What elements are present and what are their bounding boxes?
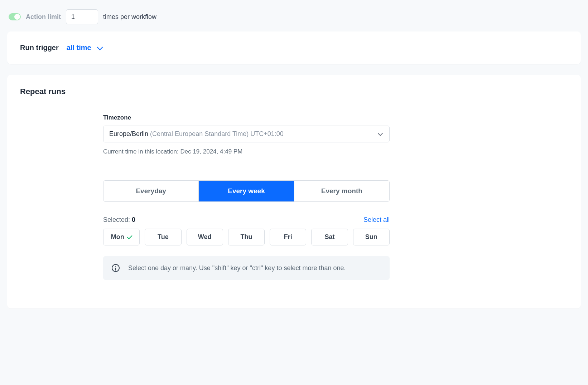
run-trigger-label: Run trigger	[20, 44, 59, 52]
day-sun[interactable]: Sun	[353, 229, 390, 245]
day-label: Sun	[365, 233, 377, 241]
day-label: Wed	[198, 233, 212, 241]
chevron-down-icon	[97, 44, 103, 50]
action-limit-input[interactable]	[66, 9, 98, 24]
day-label: Thu	[240, 233, 252, 241]
timezone-current-time: Current time in this location: Dec 19, 2…	[103, 148, 390, 155]
selection-row: Selected: 0 Select all	[103, 216, 390, 224]
day-mon[interactable]: Mon	[103, 229, 140, 245]
chevron-down-icon	[378, 131, 383, 136]
run-trigger-select[interactable]: all time	[67, 44, 102, 52]
frequency-every-week[interactable]: Every week	[199, 181, 294, 201]
repeat-runs-title: Repeat runs	[20, 87, 568, 96]
action-limit-suffix: times per workflow	[103, 13, 156, 21]
day-label: Fri	[284, 233, 292, 241]
timezone-label: Timezone	[103, 114, 390, 121]
selected-count: 0	[132, 216, 135, 223]
day-label: Mon	[111, 233, 124, 241]
timezone-select[interactable]: Europe/Berlin (Central European Standard…	[103, 126, 390, 142]
selected-label: Selected: 0	[103, 216, 135, 224]
run-trigger-card: Run trigger all time	[7, 31, 581, 64]
info-text: Select one day or many. Use "shift" key …	[128, 264, 346, 272]
day-tue[interactable]: Tue	[145, 229, 181, 245]
action-limit-row: Action limit times per workflow	[7, 7, 581, 31]
info-icon	[112, 264, 120, 272]
day-thu[interactable]: Thu	[228, 229, 265, 245]
frequency-group: Everyday Every week Every month	[103, 180, 390, 202]
timezone-primary: Europe/Berlin	[109, 130, 148, 137]
action-limit-toggle[interactable]	[9, 13, 21, 20]
day-fri[interactable]: Fri	[270, 229, 306, 245]
repeat-runs-card: Repeat runs Timezone Europe/Berlin (Cent…	[7, 75, 581, 308]
day-sat[interactable]: Sat	[311, 229, 348, 245]
day-label: Tue	[158, 233, 169, 241]
timezone-secondary: (Central European Standard Time) UTC+01:…	[148, 130, 284, 137]
action-limit-label: Action limit	[26, 13, 61, 21]
info-notice: Select one day or many. Use "shift" key …	[103, 256, 390, 280]
frequency-everyday[interactable]: Everyday	[103, 181, 199, 201]
day-label: Sat	[325, 233, 335, 241]
frequency-every-month[interactable]: Every month	[294, 181, 389, 201]
select-all-link[interactable]: Select all	[363, 216, 390, 224]
check-icon	[127, 234, 132, 239]
day-wed[interactable]: Wed	[187, 229, 223, 245]
run-trigger-value: all time	[67, 44, 91, 52]
days-row: Mon Tue Wed Thu Fri	[103, 229, 390, 245]
